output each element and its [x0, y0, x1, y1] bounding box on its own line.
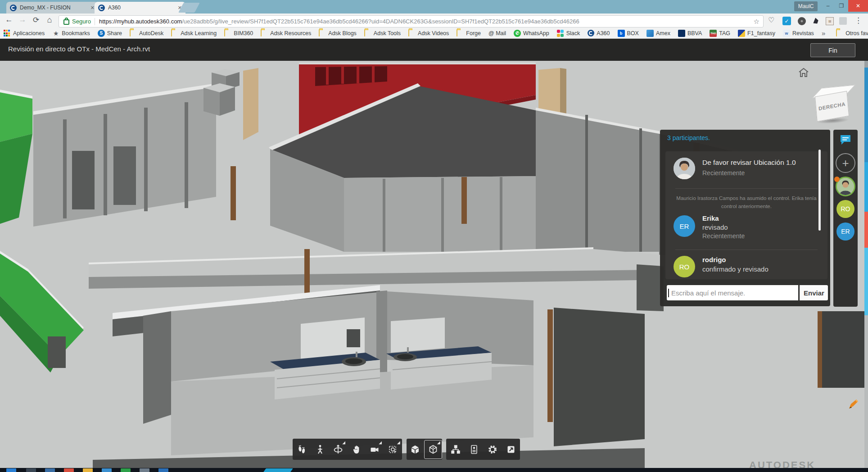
bookmark-tag[interactable]: TAG TAG: [710, 30, 730, 37]
camera-icon[interactable]: [366, 440, 383, 458]
star-icon: ★: [52, 30, 59, 37]
chat-bubble-icon[interactable]: [836, 133, 855, 146]
pan-icon[interactable]: [348, 440, 365, 458]
tab-title: A360: [108, 5, 121, 11]
bookmark-adsk-tools[interactable]: Adsk Tools: [364, 30, 401, 37]
walk-icon[interactable]: [312, 440, 329, 458]
zoom-window-icon[interactable]: [384, 440, 402, 458]
avatar-ro: RO: [674, 256, 695, 277]
model-viewport[interactable]: DERECHA 3 participantes. De favor revisa…: [0, 61, 868, 468]
heart-extension-icon[interactable]: ♡: [768, 16, 774, 24]
bookmark-bookmarks[interactable]: ★ Bookmarks: [52, 30, 90, 37]
bookmark-a360[interactable]: A360: [588, 30, 610, 36]
taskbar-icon[interactable]: [83, 468, 93, 472]
end-review-button[interactable]: Fin: [810, 43, 855, 57]
participant-avatar-er[interactable]: ER: [836, 222, 854, 241]
bookmark-adsk-videos[interactable]: Adsk Videos: [408, 30, 449, 37]
lock-icon: [63, 19, 69, 25]
share-icon: S: [98, 30, 105, 37]
tag-icon: TAG: [710, 30, 717, 37]
tab-a360[interactable]: A360 ✕: [95, 2, 185, 14]
box-icon: b: [618, 30, 625, 37]
bookmarks-overflow-chevron[interactable]: »: [822, 29, 825, 37]
chat-scrollbar[interactable]: [818, 150, 821, 231]
check-extension-icon[interactable]: ✓: [782, 17, 791, 25]
restore-button[interactable]: ❐: [835, 0, 848, 12]
tab-demo-mx[interactable]: Demo_MX - FUSION ✕: [6, 2, 98, 14]
browser-profile-button[interactable]: MaulC: [794, 1, 818, 11]
avatar: [674, 158, 695, 179]
bookmark-amex[interactable]: Amex: [646, 30, 670, 37]
bookmark-box[interactable]: b BOX: [618, 30, 639, 37]
pdf-extension-icon[interactable]: [839, 17, 847, 25]
bookmark-f1-fantasy[interactable]: F1_fantasy: [738, 30, 775, 37]
settings-gear-icon[interactable]: [484, 440, 501, 458]
edge-strip-blue: [864, 68, 868, 162]
presence-dot: [834, 177, 840, 182]
system-message: Mauricio Irastorza Campos ha asumido el …: [671, 195, 822, 211]
bookmark-whatsapp[interactable]: ✆ WhatsApp: [514, 30, 549, 37]
tab-strip: Demo_MX - FUSION ✕ A360 ✕ MaulC – ❐ ✕: [0, 0, 868, 14]
tab-close-icon[interactable]: ✕: [90, 5, 95, 11]
taskbar-icon[interactable]: [140, 468, 149, 472]
folder-icon: [261, 29, 262, 36]
model-browser-icon[interactable]: [447, 440, 464, 458]
orbit-icon[interactable]: [330, 440, 347, 458]
address-bar[interactable]: Seguro https://myhub.autodesk360.com /ue…: [59, 15, 764, 27]
first-person-icon[interactable]: [293, 440, 310, 458]
bookmark-bbva[interactable]: BBVA: [678, 30, 702, 37]
other-bookmarks-button[interactable]: Otros favoritos: [836, 30, 868, 37]
taskbar-icon[interactable]: [121, 468, 131, 472]
chat-panel: 3 participantes. De favor revisar Ubicac…: [660, 130, 830, 306]
taskbar-icon[interactable]: [263, 468, 293, 472]
tab-title: Demo_MX - FUSION: [20, 5, 71, 11]
home-view-icon[interactable]: [798, 67, 809, 80]
grid-extension-icon[interactable]: ⊞: [826, 17, 834, 25]
text-caret: [668, 289, 669, 297]
security-label: Seguro: [72, 18, 91, 25]
autodesk-watermark: AUTODESK: [749, 459, 815, 468]
taskbar-icon[interactable]: [102, 468, 112, 472]
back-icon[interactable]: ←: [4, 15, 14, 24]
taskbar-icon[interactable]: [158, 468, 168, 472]
model-cube-icon[interactable]: [407, 440, 424, 458]
add-participant-button[interactable]: +: [836, 153, 855, 173]
close-button[interactable]: ✕: [848, 0, 868, 12]
url-path: /ue28adbb5/g/live_review/SH7f1edQT22b515…: [182, 18, 579, 25]
bookmark-slack[interactable]: Slack: [557, 29, 580, 37]
reload-icon[interactable]: ⟳: [31, 15, 41, 25]
participant-avatar-ro[interactable]: RO: [836, 200, 854, 218]
markup-pen-icon[interactable]: [847, 398, 860, 412]
minimize-button[interactable]: –: [821, 0, 835, 12]
bookmark-revistas[interactable]: w Revistas: [783, 30, 814, 37]
taskbar-icon[interactable]: [64, 468, 74, 472]
bookmark-autodesk[interactable]: AutoDesk: [130, 30, 163, 37]
fullscreen-icon[interactable]: [502, 440, 520, 458]
properties-icon[interactable]: [466, 440, 483, 458]
bookmark-adsk-resources[interactable]: Adsk Resources: [261, 30, 311, 37]
bookmark-forge[interactable]: Forge: [457, 30, 481, 37]
start-button[interactable]: [6, 468, 16, 472]
bookmark-bim360[interactable]: BIM360: [224, 30, 253, 37]
taskbar-icon[interactable]: [26, 468, 36, 472]
bookmark-adsk-learning[interactable]: Adsk Learning: [171, 30, 217, 37]
bookmark-aplicaciones[interactable]: Aplicaciones: [4, 29, 45, 37]
bookmark-star-icon[interactable]: ☆: [754, 18, 760, 26]
bookmark-adsk-blogs[interactable]: Adsk Blogs: [319, 30, 357, 37]
bookmark-share[interactable]: S Share: [98, 30, 122, 37]
message-time: Recientemente: [702, 169, 745, 177]
amex-icon: [646, 30, 654, 37]
menu-dots-icon[interactable]: ⋮: [854, 16, 862, 25]
send-button[interactable]: Enviar: [800, 285, 828, 300]
forward-icon[interactable]: →: [17, 15, 28, 24]
view-cube[interactable]: DERECHA: [814, 85, 854, 125]
shaded-view-icon[interactable]: [424, 440, 442, 459]
edge-strip-red: [864, 212, 868, 248]
chat-message-list[interactable]: De favor revisar Ubicación 1.0 Recientem…: [665, 151, 827, 279]
chat-message-input[interactable]: [667, 285, 798, 300]
reel-extension-icon[interactable]: [798, 17, 806, 25]
bookmark-mail[interactable]: @ Mail: [488, 30, 506, 36]
home-icon[interactable]: ⌂: [44, 15, 55, 25]
taskbar-icon[interactable]: [45, 468, 55, 472]
message-title: De favor revisar Ubicación 1.0: [702, 159, 796, 167]
